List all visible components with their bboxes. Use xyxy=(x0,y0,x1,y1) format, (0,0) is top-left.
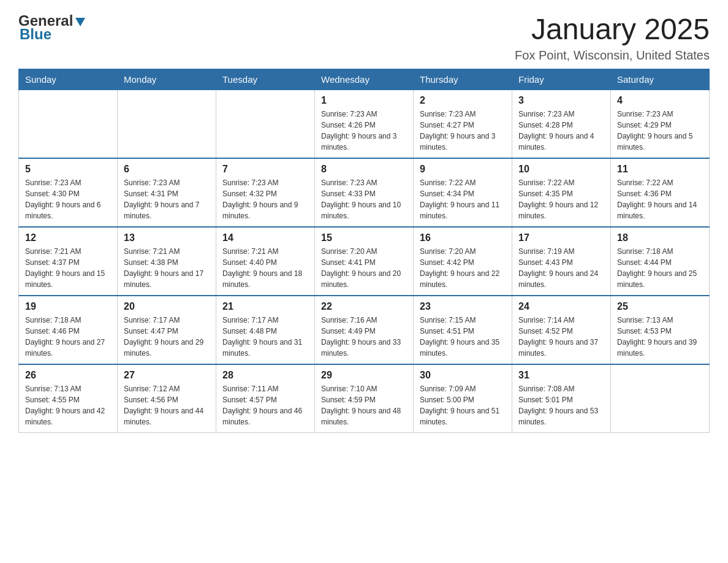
day-info: Sunrise: 7:11 AM Sunset: 4:57 PM Dayligh… xyxy=(222,383,308,427)
day-number: 29 xyxy=(321,370,407,381)
day-number: 19 xyxy=(25,301,111,312)
calendar-day-header: Friday xyxy=(512,69,611,90)
month-title: January 2025 xyxy=(515,12,710,46)
calendar-cell: 31Sunrise: 7:08 AM Sunset: 5:01 PM Dayli… xyxy=(512,364,611,433)
calendar-week-row: 1Sunrise: 7:23 AM Sunset: 4:26 PM Daylig… xyxy=(19,90,710,159)
day-info: Sunrise: 7:23 AM Sunset: 4:27 PM Dayligh… xyxy=(420,109,506,153)
day-number: 23 xyxy=(420,301,506,312)
day-number: 10 xyxy=(518,164,604,175)
day-number: 6 xyxy=(124,164,210,175)
calendar-cell: 2Sunrise: 7:23 AM Sunset: 4:27 PM Daylig… xyxy=(414,90,512,159)
svg-marker-0 xyxy=(75,18,85,26)
day-number: 24 xyxy=(518,301,604,312)
day-info: Sunrise: 7:13 AM Sunset: 4:53 PM Dayligh… xyxy=(617,315,703,359)
day-info: Sunrise: 7:09 AM Sunset: 5:00 PM Dayligh… xyxy=(420,383,506,427)
day-info: Sunrise: 7:20 AM Sunset: 4:41 PM Dayligh… xyxy=(321,246,407,290)
calendar-cell: 3Sunrise: 7:23 AM Sunset: 4:28 PM Daylig… xyxy=(512,90,611,159)
calendar-cell xyxy=(216,90,315,159)
calendar-cell: 16Sunrise: 7:20 AM Sunset: 4:42 PM Dayli… xyxy=(414,227,512,296)
calendar-cell: 20Sunrise: 7:17 AM Sunset: 4:47 PM Dayli… xyxy=(118,296,216,364)
calendar-header-row: SundayMondayTuesdayWednesdayThursdayFrid… xyxy=(19,69,710,90)
calendar-day-header: Sunday xyxy=(19,69,118,90)
calendar-cell: 5Sunrise: 7:23 AM Sunset: 4:30 PM Daylig… xyxy=(19,158,118,227)
day-info: Sunrise: 7:23 AM Sunset: 4:33 PM Dayligh… xyxy=(321,177,407,221)
day-info: Sunrise: 7:10 AM Sunset: 4:59 PM Dayligh… xyxy=(321,383,407,427)
day-info: Sunrise: 7:21 AM Sunset: 4:37 PM Dayligh… xyxy=(25,246,111,290)
calendar-cell: 4Sunrise: 7:23 AM Sunset: 4:29 PM Daylig… xyxy=(611,90,710,159)
calendar-cell: 22Sunrise: 7:16 AM Sunset: 4:49 PM Dayli… xyxy=(315,296,414,364)
calendar-cell: 11Sunrise: 7:22 AM Sunset: 4:36 PM Dayli… xyxy=(611,158,710,227)
logo: General Blue xyxy=(18,12,86,43)
day-number: 14 xyxy=(222,232,308,243)
day-info: Sunrise: 7:21 AM Sunset: 4:38 PM Dayligh… xyxy=(124,246,210,290)
calendar-day-header: Monday xyxy=(118,69,216,90)
calendar-cell xyxy=(118,90,216,159)
location-subtitle: Fox Point, Wisconsin, United States xyxy=(515,48,710,63)
day-number: 15 xyxy=(321,232,407,243)
day-info: Sunrise: 7:12 AM Sunset: 4:56 PM Dayligh… xyxy=(124,383,210,427)
calendar-cell xyxy=(19,90,118,159)
calendar-week-row: 12Sunrise: 7:21 AM Sunset: 4:37 PM Dayli… xyxy=(19,227,710,296)
calendar-cell: 14Sunrise: 7:21 AM Sunset: 4:40 PM Dayli… xyxy=(216,227,315,296)
calendar-day-header: Saturday xyxy=(611,69,710,90)
day-info: Sunrise: 7:08 AM Sunset: 5:01 PM Dayligh… xyxy=(518,383,604,427)
calendar-cell: 9Sunrise: 7:22 AM Sunset: 4:34 PM Daylig… xyxy=(414,158,512,227)
calendar-day-header: Wednesday xyxy=(315,69,414,90)
calendar-cell: 21Sunrise: 7:17 AM Sunset: 4:48 PM Dayli… xyxy=(216,296,315,364)
calendar-cell: 30Sunrise: 7:09 AM Sunset: 5:00 PM Dayli… xyxy=(414,364,512,433)
day-info: Sunrise: 7:23 AM Sunset: 4:26 PM Dayligh… xyxy=(321,109,407,153)
calendar-cell: 10Sunrise: 7:22 AM Sunset: 4:35 PM Dayli… xyxy=(512,158,611,227)
day-number: 11 xyxy=(617,164,703,175)
day-number: 22 xyxy=(321,301,407,312)
day-info: Sunrise: 7:22 AM Sunset: 4:35 PM Dayligh… xyxy=(518,177,604,221)
day-info: Sunrise: 7:13 AM Sunset: 4:55 PM Dayligh… xyxy=(25,383,111,427)
day-number: 13 xyxy=(124,232,210,243)
calendar-week-row: 5Sunrise: 7:23 AM Sunset: 4:30 PM Daylig… xyxy=(19,158,710,227)
day-info: Sunrise: 7:15 AM Sunset: 4:51 PM Dayligh… xyxy=(420,315,506,359)
calendar-cell: 23Sunrise: 7:15 AM Sunset: 4:51 PM Dayli… xyxy=(414,296,512,364)
calendar-cell: 29Sunrise: 7:10 AM Sunset: 4:59 PM Dayli… xyxy=(315,364,414,433)
day-number: 31 xyxy=(518,370,604,381)
day-info: Sunrise: 7:22 AM Sunset: 4:36 PM Dayligh… xyxy=(617,177,703,221)
day-number: 25 xyxy=(617,301,703,312)
logo-triangle-icon xyxy=(74,15,86,28)
calendar-cell: 19Sunrise: 7:18 AM Sunset: 4:46 PM Dayli… xyxy=(19,296,118,364)
logo-blue-text: Blue xyxy=(20,26,51,43)
day-number: 16 xyxy=(420,232,506,243)
day-number: 21 xyxy=(222,301,308,312)
day-info: Sunrise: 7:20 AM Sunset: 4:42 PM Dayligh… xyxy=(420,246,506,290)
day-info: Sunrise: 7:23 AM Sunset: 4:32 PM Dayligh… xyxy=(222,177,308,221)
calendar-cell: 7Sunrise: 7:23 AM Sunset: 4:32 PM Daylig… xyxy=(216,158,315,227)
calendar-cell: 12Sunrise: 7:21 AM Sunset: 4:37 PM Dayli… xyxy=(19,227,118,296)
day-info: Sunrise: 7:14 AM Sunset: 4:52 PM Dayligh… xyxy=(518,315,604,359)
calendar-week-row: 26Sunrise: 7:13 AM Sunset: 4:55 PM Dayli… xyxy=(19,364,710,433)
day-number: 27 xyxy=(124,370,210,381)
calendar-day-header: Thursday xyxy=(414,69,512,90)
day-number: 4 xyxy=(617,95,703,106)
day-info: Sunrise: 7:23 AM Sunset: 4:28 PM Dayligh… xyxy=(518,109,604,153)
calendar-cell: 1Sunrise: 7:23 AM Sunset: 4:26 PM Daylig… xyxy=(315,90,414,159)
day-info: Sunrise: 7:19 AM Sunset: 4:43 PM Dayligh… xyxy=(518,246,604,290)
day-number: 28 xyxy=(222,370,308,381)
calendar-cell: 13Sunrise: 7:21 AM Sunset: 4:38 PM Dayli… xyxy=(118,227,216,296)
day-info: Sunrise: 7:17 AM Sunset: 4:48 PM Dayligh… xyxy=(222,315,308,359)
day-info: Sunrise: 7:18 AM Sunset: 4:46 PM Dayligh… xyxy=(25,315,111,359)
calendar-cell: 24Sunrise: 7:14 AM Sunset: 4:52 PM Dayli… xyxy=(512,296,611,364)
day-info: Sunrise: 7:17 AM Sunset: 4:47 PM Dayligh… xyxy=(124,315,210,359)
calendar-cell: 25Sunrise: 7:13 AM Sunset: 4:53 PM Dayli… xyxy=(611,296,710,364)
calendar-cell: 18Sunrise: 7:18 AM Sunset: 4:44 PM Dayli… xyxy=(611,227,710,296)
calendar-cell: 8Sunrise: 7:23 AM Sunset: 4:33 PM Daylig… xyxy=(315,158,414,227)
calendar-cell: 26Sunrise: 7:13 AM Sunset: 4:55 PM Dayli… xyxy=(19,364,118,433)
day-number: 20 xyxy=(124,301,210,312)
calendar-week-row: 19Sunrise: 7:18 AM Sunset: 4:46 PM Dayli… xyxy=(19,296,710,364)
day-number: 9 xyxy=(420,164,506,175)
day-number: 7 xyxy=(222,164,308,175)
day-info: Sunrise: 7:23 AM Sunset: 4:31 PM Dayligh… xyxy=(124,177,210,221)
calendar-day-header: Tuesday xyxy=(216,69,315,90)
day-info: Sunrise: 7:18 AM Sunset: 4:44 PM Dayligh… xyxy=(617,246,703,290)
day-number: 3 xyxy=(518,95,604,106)
calendar-cell: 6Sunrise: 7:23 AM Sunset: 4:31 PM Daylig… xyxy=(118,158,216,227)
calendar-cell: 17Sunrise: 7:19 AM Sunset: 4:43 PM Dayli… xyxy=(512,227,611,296)
day-info: Sunrise: 7:16 AM Sunset: 4:49 PM Dayligh… xyxy=(321,315,407,359)
day-number: 12 xyxy=(25,232,111,243)
